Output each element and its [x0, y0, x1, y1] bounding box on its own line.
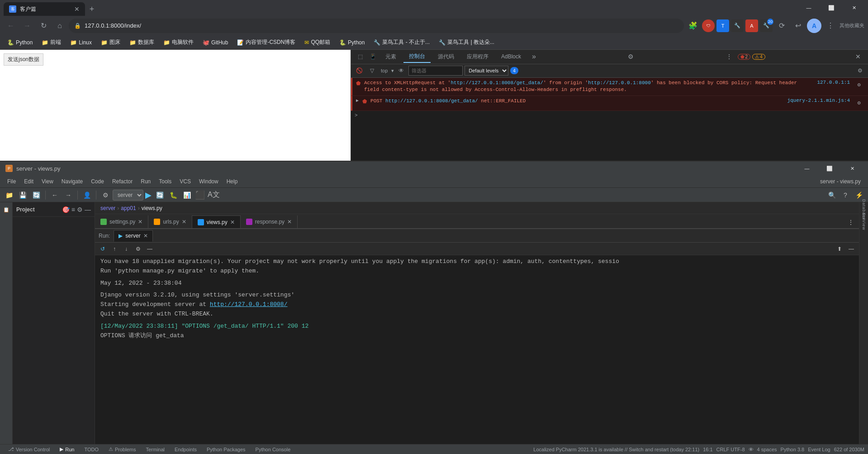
- run-tab-server[interactable]: ▶ server ✕: [114, 230, 152, 242]
- project-selector[interactable]: server: [113, 190, 143, 201]
- extension-count-icon[interactable]: 20 🔧: [760, 19, 773, 32]
- adblock-icon[interactable]: A: [745, 19, 758, 32]
- project-collapse-icon[interactable]: ≡: [71, 206, 75, 213]
- console-filter-icon[interactable]: ▽: [366, 65, 377, 76]
- bookmark-email[interactable]: ✉ QQ邮箱: [301, 37, 334, 48]
- extensions-icon[interactable]: 🧩: [686, 19, 700, 33]
- tab-close-button[interactable]: ✕: [74, 5, 80, 13]
- sciview-panel-icon[interactable]: SciView: [859, 216, 868, 227]
- home-button[interactable]: ⌂: [52, 19, 67, 33]
- run-tab-close[interactable]: ✕: [143, 233, 148, 239]
- refresh-button[interactable]: ↻: [36, 19, 51, 33]
- console-error-settings-icon-2[interactable]: ⚙: [854, 98, 864, 109]
- devtools-tab-sources[interactable]: 源代码: [432, 50, 460, 63]
- new-tab-button[interactable]: +: [85, 2, 99, 16]
- status-event-log[interactable]: Event Log: [808, 447, 830, 452]
- project-minimize-icon[interactable]: —: [85, 206, 91, 213]
- toolbar-help-icon[interactable]: ?: [839, 189, 852, 201]
- devtools-add-tab-button[interactable]: »: [528, 53, 540, 61]
- toolbar-search-icon[interactable]: 🔍: [825, 189, 838, 201]
- devtools-device-icon[interactable]: 📱: [367, 51, 378, 62]
- python-packages-tab[interactable]: Python Packages: [202, 445, 250, 453]
- extension-shield-icon[interactable]: 🛡: [702, 19, 715, 32]
- devtools-tab-application[interactable]: 应用程序: [461, 50, 494, 63]
- toolbar-debug-icon[interactable]: 🐛: [167, 189, 180, 201]
- settings-py-close[interactable]: ✕: [138, 219, 142, 225]
- minimize-button[interactable]: —: [798, 1, 819, 14]
- version-control-tab[interactable]: ⎇ Version Control: [4, 445, 54, 453]
- run-settings-icon[interactable]: ⚙: [133, 244, 143, 254]
- response-py-close[interactable]: ✕: [287, 219, 292, 225]
- run-up-icon[interactable]: ↑: [109, 244, 119, 254]
- bookmark-linux[interactable]: 📁 Linux: [66, 37, 95, 48]
- sync-button[interactable]: ⟳: [774, 19, 789, 33]
- bookmark-python1[interactable]: 🐍 Python: [4, 37, 36, 48]
- bookmark-database[interactable]: 📁 数据库: [126, 37, 158, 48]
- browser-tab[interactable]: 客 客户篇 ✕: [4, 2, 85, 16]
- ide-minimize-button[interactable]: —: [797, 162, 817, 175]
- error-link-1[interactable]: http://127.0.0.1:8008/get_data/: [451, 80, 543, 86]
- status-encoding[interactable]: CRLF UTF-8: [716, 447, 745, 452]
- devtools-more-icon[interactable]: ⋮: [722, 53, 736, 60]
- devtools-tab-elements[interactable]: 元素: [380, 50, 402, 63]
- project-settings-icon[interactable]: ⚙: [77, 206, 83, 213]
- devtools-settings-icon[interactable]: ⚙: [624, 53, 637, 60]
- tab-settings-py[interactable]: settings.py ✕: [95, 215, 148, 228]
- breadcrumb-views[interactable]: views.py: [142, 205, 162, 211]
- run-minus-icon[interactable]: —: [145, 244, 155, 254]
- translate-button[interactable]: A文: [207, 190, 221, 200]
- close-button[interactable]: ✕: [844, 1, 864, 14]
- bookmark-csdn[interactable]: 📝 内容管理-CSDN博客: [233, 37, 299, 48]
- menu-help[interactable]: Help: [223, 177, 242, 186]
- status-indent[interactable]: 4 spaces: [757, 447, 777, 452]
- console-level-select[interactable]: Default levels: [465, 66, 508, 76]
- status-python[interactable]: Python 3.8: [781, 447, 805, 452]
- breadcrumb-server[interactable]: server: [100, 205, 115, 211]
- context-dropdown-arrow[interactable]: ▾: [391, 68, 394, 74]
- toolbar-user-icon[interactable]: 👤: [81, 189, 93, 201]
- tab-views-py[interactable]: views.py ✕: [192, 215, 241, 228]
- python-console-tab[interactable]: Python Console: [251, 445, 295, 453]
- stop-button[interactable]: ⬛: [194, 190, 206, 200]
- address-bar[interactable]: 🔒 127.0.0.1:8000/index/: [69, 19, 684, 33]
- menu-run[interactable]: Run: [137, 177, 154, 186]
- status-localized[interactable]: Localized PyCharm 2021.3.1 is available …: [533, 447, 699, 452]
- run-bottom-tab[interactable]: ▶ Run: [55, 445, 79, 453]
- history-button[interactable]: ↩: [791, 19, 805, 33]
- run-close-icon[interactable]: —: [846, 244, 856, 254]
- forward-button[interactable]: →: [20, 19, 34, 33]
- views-py-close[interactable]: ✕: [230, 219, 235, 225]
- bookmark-frontend[interactable]: 📁 前端: [38, 37, 65, 48]
- toolbar-forward-icon[interactable]: →: [62, 189, 75, 201]
- console-error-settings-icon[interactable]: ⚙: [854, 80, 864, 91]
- devtools-tab-adblock[interactable]: AdBlock: [496, 50, 526, 63]
- bookmark-github[interactable]: 🐙 GitHub: [199, 37, 232, 48]
- other-bookmarks[interactable]: 其他收藏夹: [840, 22, 864, 29]
- expand-icon-1[interactable]: ▶: [356, 98, 359, 103]
- editor-tabs-more-icon[interactable]: ⋮: [844, 216, 857, 228]
- toolbar-save-icon[interactable]: 💾: [16, 189, 29, 201]
- console-eye-icon[interactable]: 👁: [396, 65, 407, 76]
- console-clear-icon[interactable]: 🚫: [354, 65, 365, 76]
- tab-urls-py[interactable]: urls.py ✕: [148, 215, 192, 228]
- error-link-3[interactable]: http://127.0.0.1:8008/get_data/: [385, 98, 478, 104]
- menu-view[interactable]: View: [38, 177, 57, 186]
- bookmark-imgbed[interactable]: 📁 图床: [97, 37, 124, 48]
- run-down-icon[interactable]: ↓: [121, 244, 131, 254]
- toolbar-back-icon[interactable]: ←: [48, 189, 61, 201]
- maximize-button[interactable]: ⬜: [821, 1, 842, 14]
- send-json-button[interactable]: 发送json数据: [4, 53, 43, 66]
- menu-window[interactable]: Window: [195, 177, 222, 186]
- bookmark-python2[interactable]: 🐍 Python: [336, 37, 368, 48]
- toolbar-sync-icon[interactable]: 🔄: [30, 189, 43, 201]
- urls-py-close[interactable]: ✕: [182, 219, 186, 225]
- menu-vcs[interactable]: VCS: [176, 177, 194, 186]
- endpoints-tab[interactable]: Endpoints: [170, 445, 201, 453]
- devtools-inspect-icon[interactable]: ⬚: [355, 51, 365, 62]
- console-filter-input[interactable]: [408, 66, 463, 76]
- project-locate-icon[interactable]: 🎯: [62, 206, 70, 213]
- toolbar-profile-run-icon[interactable]: 📊: [180, 189, 193, 201]
- toolbar-folder-icon[interactable]: 📁: [3, 189, 15, 201]
- toolbar-run-config-icon[interactable]: ⚙: [99, 189, 112, 201]
- server-url-link[interactable]: http://127.0.0.1:8008/: [210, 301, 288, 308]
